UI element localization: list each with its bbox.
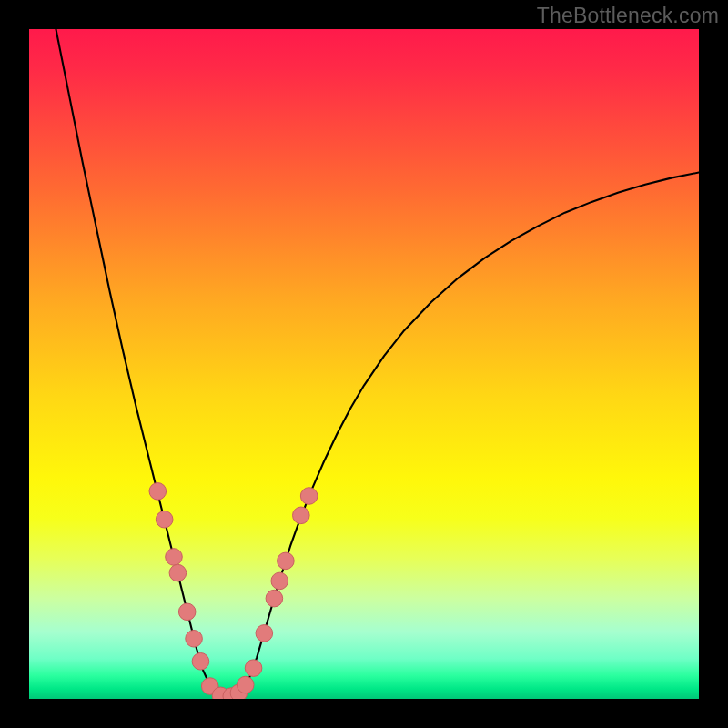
data-marker: [166, 549, 183, 566]
watermark-text: TheBottleneck.com: [537, 4, 719, 28]
data-marker: [192, 652, 209, 670]
data-marker: [266, 590, 283, 607]
data-marker: [169, 564, 187, 581]
plot-area: [29, 29, 699, 699]
data-marker: [149, 483, 167, 500]
data-marker: [300, 488, 318, 505]
data-marker: [237, 676, 254, 693]
data-marker: [293, 507, 310, 524]
chart-frame: TheBottleneck.com: [0, 0, 728, 728]
data-marker: [156, 511, 173, 528]
chart-svg: [29, 29, 699, 699]
gradient-background: [29, 29, 699, 699]
data-marker: [186, 630, 203, 647]
data-marker: [245, 660, 262, 677]
data-marker: [271, 572, 288, 590]
data-marker: [256, 625, 273, 642]
data-marker: [178, 603, 196, 621]
data-marker: [278, 552, 295, 570]
